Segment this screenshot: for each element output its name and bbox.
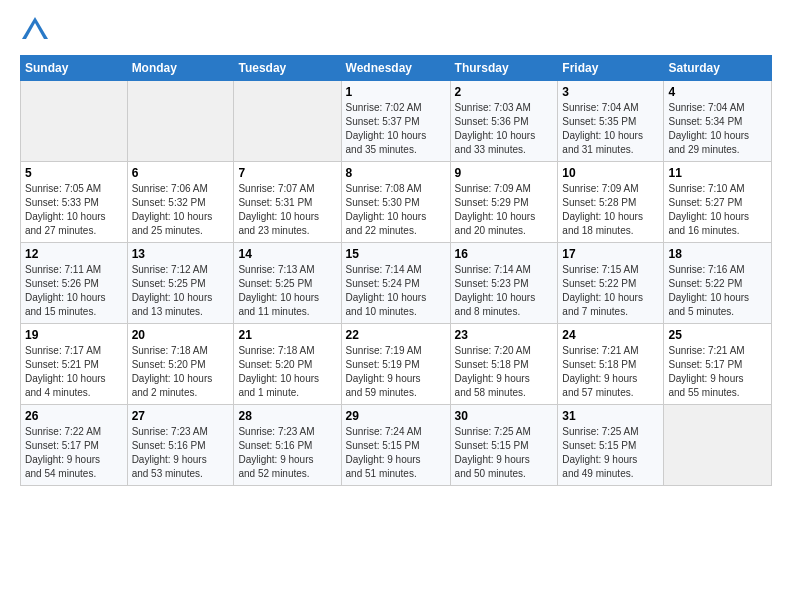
day-cell: 11Sunrise: 7:10 AM Sunset: 5:27 PM Dayli…: [664, 162, 772, 243]
day-cell: 19Sunrise: 7:17 AM Sunset: 5:21 PM Dayli…: [21, 324, 128, 405]
logo-icon: [20, 15, 50, 45]
day-number: 4: [668, 85, 767, 99]
day-cell: 1Sunrise: 7:02 AM Sunset: 5:37 PM Daylig…: [341, 81, 450, 162]
day-cell: 7Sunrise: 7:07 AM Sunset: 5:31 PM Daylig…: [234, 162, 341, 243]
day-cell: [21, 81, 128, 162]
day-info: Sunrise: 7:24 AM Sunset: 5:15 PM Dayligh…: [346, 425, 446, 481]
day-info: Sunrise: 7:21 AM Sunset: 5:17 PM Dayligh…: [668, 344, 767, 400]
day-number: 28: [238, 409, 336, 423]
day-cell: 6Sunrise: 7:06 AM Sunset: 5:32 PM Daylig…: [127, 162, 234, 243]
day-number: 19: [25, 328, 123, 342]
day-cell: 5Sunrise: 7:05 AM Sunset: 5:33 PM Daylig…: [21, 162, 128, 243]
day-number: 23: [455, 328, 554, 342]
day-number: 8: [346, 166, 446, 180]
day-cell: 2Sunrise: 7:03 AM Sunset: 5:36 PM Daylig…: [450, 81, 558, 162]
header-sunday: Sunday: [21, 56, 128, 81]
day-cell: 29Sunrise: 7:24 AM Sunset: 5:15 PM Dayli…: [341, 405, 450, 486]
day-info: Sunrise: 7:14 AM Sunset: 5:23 PM Dayligh…: [455, 263, 554, 319]
day-info: Sunrise: 7:19 AM Sunset: 5:19 PM Dayligh…: [346, 344, 446, 400]
day-info: Sunrise: 7:23 AM Sunset: 5:16 PM Dayligh…: [238, 425, 336, 481]
day-number: 29: [346, 409, 446, 423]
week-row-2: 5Sunrise: 7:05 AM Sunset: 5:33 PM Daylig…: [21, 162, 772, 243]
day-number: 11: [668, 166, 767, 180]
header-tuesday: Tuesday: [234, 56, 341, 81]
day-cell: 30Sunrise: 7:25 AM Sunset: 5:15 PM Dayli…: [450, 405, 558, 486]
day-info: Sunrise: 7:25 AM Sunset: 5:15 PM Dayligh…: [562, 425, 659, 481]
day-number: 27: [132, 409, 230, 423]
day-number: 2: [455, 85, 554, 99]
day-number: 16: [455, 247, 554, 261]
day-info: Sunrise: 7:15 AM Sunset: 5:22 PM Dayligh…: [562, 263, 659, 319]
day-number: 17: [562, 247, 659, 261]
day-cell: 24Sunrise: 7:21 AM Sunset: 5:18 PM Dayli…: [558, 324, 664, 405]
day-info: Sunrise: 7:12 AM Sunset: 5:25 PM Dayligh…: [132, 263, 230, 319]
day-info: Sunrise: 7:04 AM Sunset: 5:34 PM Dayligh…: [668, 101, 767, 157]
day-cell: 10Sunrise: 7:09 AM Sunset: 5:28 PM Dayli…: [558, 162, 664, 243]
day-number: 18: [668, 247, 767, 261]
day-info: Sunrise: 7:21 AM Sunset: 5:18 PM Dayligh…: [562, 344, 659, 400]
day-number: 6: [132, 166, 230, 180]
day-cell: 27Sunrise: 7:23 AM Sunset: 5:16 PM Dayli…: [127, 405, 234, 486]
week-row-4: 19Sunrise: 7:17 AM Sunset: 5:21 PM Dayli…: [21, 324, 772, 405]
day-number: 5: [25, 166, 123, 180]
day-cell: 3Sunrise: 7:04 AM Sunset: 5:35 PM Daylig…: [558, 81, 664, 162]
day-number: 22: [346, 328, 446, 342]
day-number: 31: [562, 409, 659, 423]
day-number: 26: [25, 409, 123, 423]
week-row-1: 1Sunrise: 7:02 AM Sunset: 5:37 PM Daylig…: [21, 81, 772, 162]
day-info: Sunrise: 7:07 AM Sunset: 5:31 PM Dayligh…: [238, 182, 336, 238]
day-number: 14: [238, 247, 336, 261]
header-wednesday: Wednesday: [341, 56, 450, 81]
day-cell: 9Sunrise: 7:09 AM Sunset: 5:29 PM Daylig…: [450, 162, 558, 243]
header: [20, 15, 772, 45]
day-number: 21: [238, 328, 336, 342]
day-info: Sunrise: 7:05 AM Sunset: 5:33 PM Dayligh…: [25, 182, 123, 238]
day-number: 10: [562, 166, 659, 180]
day-cell: 14Sunrise: 7:13 AM Sunset: 5:25 PM Dayli…: [234, 243, 341, 324]
day-cell: 17Sunrise: 7:15 AM Sunset: 5:22 PM Dayli…: [558, 243, 664, 324]
day-info: Sunrise: 7:08 AM Sunset: 5:30 PM Dayligh…: [346, 182, 446, 238]
day-cell: 15Sunrise: 7:14 AM Sunset: 5:24 PM Dayli…: [341, 243, 450, 324]
day-info: Sunrise: 7:17 AM Sunset: 5:21 PM Dayligh…: [25, 344, 123, 400]
day-number: 3: [562, 85, 659, 99]
day-cell: 26Sunrise: 7:22 AM Sunset: 5:17 PM Dayli…: [21, 405, 128, 486]
day-number: 12: [25, 247, 123, 261]
day-number: 7: [238, 166, 336, 180]
day-info: Sunrise: 7:18 AM Sunset: 5:20 PM Dayligh…: [238, 344, 336, 400]
day-cell: 4Sunrise: 7:04 AM Sunset: 5:34 PM Daylig…: [664, 81, 772, 162]
day-cell: [664, 405, 772, 486]
day-info: Sunrise: 7:20 AM Sunset: 5:18 PM Dayligh…: [455, 344, 554, 400]
day-info: Sunrise: 7:14 AM Sunset: 5:24 PM Dayligh…: [346, 263, 446, 319]
day-info: Sunrise: 7:09 AM Sunset: 5:29 PM Dayligh…: [455, 182, 554, 238]
header-monday: Monday: [127, 56, 234, 81]
week-row-5: 26Sunrise: 7:22 AM Sunset: 5:17 PM Dayli…: [21, 405, 772, 486]
calendar: SundayMondayTuesdayWednesdayThursdayFrid…: [20, 55, 772, 486]
day-cell: 20Sunrise: 7:18 AM Sunset: 5:20 PM Dayli…: [127, 324, 234, 405]
week-row-3: 12Sunrise: 7:11 AM Sunset: 5:26 PM Dayli…: [21, 243, 772, 324]
day-info: Sunrise: 7:18 AM Sunset: 5:20 PM Dayligh…: [132, 344, 230, 400]
logo: [20, 15, 54, 45]
day-cell: [234, 81, 341, 162]
day-info: Sunrise: 7:16 AM Sunset: 5:22 PM Dayligh…: [668, 263, 767, 319]
day-info: Sunrise: 7:09 AM Sunset: 5:28 PM Dayligh…: [562, 182, 659, 238]
day-cell: 12Sunrise: 7:11 AM Sunset: 5:26 PM Dayli…: [21, 243, 128, 324]
day-info: Sunrise: 7:25 AM Sunset: 5:15 PM Dayligh…: [455, 425, 554, 481]
day-info: Sunrise: 7:04 AM Sunset: 5:35 PM Dayligh…: [562, 101, 659, 157]
day-info: Sunrise: 7:03 AM Sunset: 5:36 PM Dayligh…: [455, 101, 554, 157]
day-number: 20: [132, 328, 230, 342]
day-number: 25: [668, 328, 767, 342]
header-saturday: Saturday: [664, 56, 772, 81]
day-cell: 16Sunrise: 7:14 AM Sunset: 5:23 PM Dayli…: [450, 243, 558, 324]
day-info: Sunrise: 7:22 AM Sunset: 5:17 PM Dayligh…: [25, 425, 123, 481]
day-number: 1: [346, 85, 446, 99]
day-cell: 18Sunrise: 7:16 AM Sunset: 5:22 PM Dayli…: [664, 243, 772, 324]
day-info: Sunrise: 7:23 AM Sunset: 5:16 PM Dayligh…: [132, 425, 230, 481]
day-info: Sunrise: 7:11 AM Sunset: 5:26 PM Dayligh…: [25, 263, 123, 319]
day-cell: [127, 81, 234, 162]
day-info: Sunrise: 7:06 AM Sunset: 5:32 PM Dayligh…: [132, 182, 230, 238]
day-cell: 31Sunrise: 7:25 AM Sunset: 5:15 PM Dayli…: [558, 405, 664, 486]
day-number: 15: [346, 247, 446, 261]
day-info: Sunrise: 7:02 AM Sunset: 5:37 PM Dayligh…: [346, 101, 446, 157]
day-number: 30: [455, 409, 554, 423]
page: SundayMondayTuesdayWednesdayThursdayFrid…: [0, 0, 792, 496]
